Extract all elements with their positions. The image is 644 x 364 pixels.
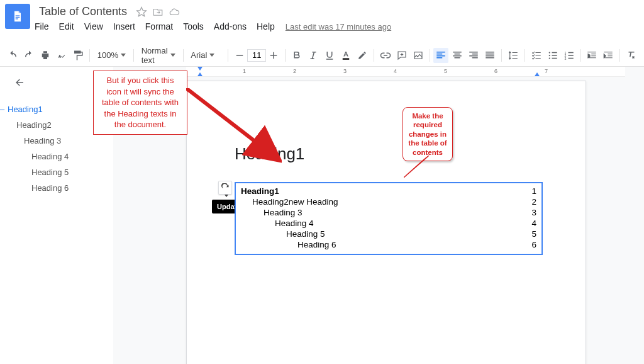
refresh-toc-button[interactable] [218, 181, 232, 195]
bulleted-list-button[interactable] [545, 48, 560, 63]
align-center-button[interactable] [450, 48, 465, 63]
menu-edit[interactable]: Edit [55, 19, 79, 34]
annotation-arrow-icon [186, 88, 282, 164]
outline-item[interactable]: Heading 4 [8, 149, 106, 164]
toc-label: Heading1 [241, 186, 279, 196]
move-icon[interactable] [152, 6, 164, 18]
ruler-1: 1 [243, 68, 246, 74]
svg-line-11 [186, 88, 274, 156]
menu-file[interactable]: File [30, 19, 53, 34]
toc-page-number: 5 [531, 229, 536, 239]
svg-point-5 [548, 52, 550, 53]
svg-text:3: 3 [564, 56, 566, 60]
refresh-dropdown-caret-icon[interactable] [225, 195, 228, 197]
svg-point-6 [548, 54, 550, 55]
add-comment-button[interactable] [394, 48, 409, 63]
underline-button[interactable] [322, 48, 337, 63]
insert-image-button[interactable] [411, 48, 426, 63]
svg-rect-3 [343, 58, 350, 59]
table-of-contents[interactable]: Heading11Heading2new Heading2Heading 33H… [235, 182, 543, 255]
menu-format[interactable]: Format [141, 19, 177, 34]
annotation-callout-sync: But if you click this icon it will sync … [93, 71, 187, 135]
align-justify-button[interactable] [482, 48, 497, 63]
italic-button[interactable] [306, 48, 321, 63]
toc-page-number: 3 [531, 207, 536, 218]
ruler-7: 7 [545, 68, 548, 74]
zoom-combo[interactable]: 100% [94, 48, 130, 63]
toc-row[interactable]: Heading 66 [241, 239, 536, 250]
cloud-icon[interactable] [169, 6, 180, 18]
highlight-button[interactable] [355, 48, 370, 63]
last-edit-link[interactable]: Last edit was 17 minutes ago [286, 22, 391, 31]
font-size-input[interactable] [247, 49, 266, 62]
spellcheck-button[interactable] [54, 48, 69, 63]
svg-rect-1 [16, 17, 20, 18]
font-value: Arial [191, 50, 207, 60]
star-icon[interactable] [136, 6, 147, 18]
svg-rect-2 [16, 18, 18, 19]
style-value: Normal text [142, 46, 168, 65]
ruler-4: 4 [394, 68, 397, 74]
docs-logo[interactable] [5, 4, 30, 29]
menu-view[interactable]: View [80, 19, 108, 34]
menu-addons[interactable]: Add-ons [209, 19, 251, 34]
toc-row[interactable]: Heading 33 [241, 207, 536, 218]
text-color-button[interactable] [338, 48, 353, 63]
line-spacing-button[interactable] [506, 48, 521, 63]
ruler-5: 5 [444, 68, 447, 74]
print-button[interactable] [38, 48, 53, 63]
indent-decrease-button[interactable] [584, 48, 599, 63]
toc-page-number: 1 [531, 186, 536, 196]
toc-label: Heading 4 [241, 218, 314, 229]
fontsize-decrease-button[interactable] [232, 48, 247, 63]
annotation-callout-tail-icon [404, 156, 435, 181]
document-title[interactable]: Table of Contents [35, 4, 131, 20]
toc-label: Heading 3 [241, 207, 303, 218]
align-right-button[interactable] [466, 48, 481, 63]
annotation-callout-changes: Make the required changes in the table o… [402, 107, 453, 161]
insert-link-button[interactable] [378, 48, 393, 63]
toc-row[interactable]: Heading2new Heading2 [241, 196, 536, 207]
zoom-value: 100% [97, 50, 118, 60]
toc-row[interactable]: Heading 44 [241, 218, 536, 229]
redo-button[interactable] [21, 48, 36, 63]
toc-label: Heading2new Heading [241, 196, 338, 207]
outline-item[interactable]: Heading 5 [8, 164, 106, 180]
ruler[interactable]: 1 2 3 4 5 6 7 [186, 67, 625, 77]
style-combo[interactable]: Normal text [138, 48, 179, 63]
indent-increase-button[interactable] [601, 48, 616, 63]
paint-format-button[interactable] [70, 48, 86, 63]
numbered-list-button[interactable]: 123 [562, 48, 577, 63]
font-combo[interactable]: Arial [187, 48, 224, 63]
outline-item[interactable]: Heading1 [8, 101, 106, 117]
toc-page-number: 4 [531, 218, 536, 229]
toc-page-number: 2 [531, 196, 536, 207]
clear-formatting-button[interactable] [624, 48, 639, 63]
toc-label: Heading 5 [241, 229, 325, 239]
checklist-button[interactable] [529, 48, 544, 63]
toc-label: Heading 6 [241, 239, 336, 250]
ruler-6: 6 [494, 68, 497, 74]
menu-tools[interactable]: Tools [179, 19, 208, 34]
menu-insert[interactable]: Insert [109, 19, 140, 34]
menu-help[interactable]: Help [252, 19, 279, 34]
outline-collapse-icon[interactable] [14, 77, 106, 90]
bold-button[interactable] [289, 48, 304, 63]
svg-point-7 [548, 57, 550, 59]
toc-row[interactable]: Heading11 [241, 186, 536, 196]
toc-page-number: 6 [531, 239, 536, 250]
toc-row[interactable]: Heading 55 [241, 229, 536, 239]
align-left-button[interactable] [433, 48, 448, 63]
outline-item[interactable]: Heading 6 [8, 180, 106, 196]
outline-item[interactable]: Heading 3 [8, 133, 106, 149]
ruler-2: 2 [293, 68, 296, 74]
undo-button[interactable] [5, 48, 20, 63]
ruler-3: 3 [343, 68, 347, 74]
outline-item[interactable]: Heading2 [8, 117, 106, 133]
svg-rect-0 [16, 15, 20, 16]
fontsize-increase-button[interactable] [266, 48, 281, 63]
